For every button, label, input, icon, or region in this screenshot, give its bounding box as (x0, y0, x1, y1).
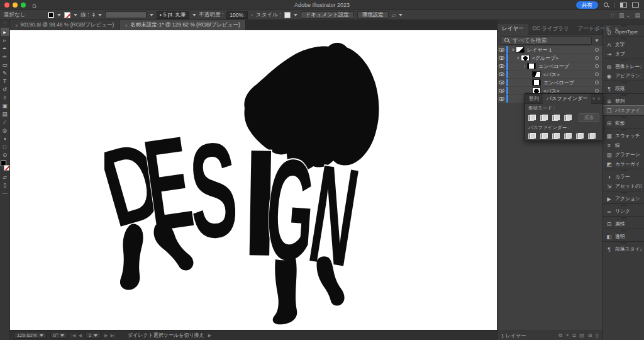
toolbar-stroke-swatch[interactable] (4, 165, 9, 171)
dock-item-align[interactable]: ≣整列 (603, 96, 644, 106)
layer-row-path1[interactable]: <パス> (497, 71, 602, 79)
visibility-toggle[interactable] (497, 87, 506, 94)
status-play-icon[interactable]: ▶ (208, 333, 211, 338)
target-circle-icon[interactable] (595, 81, 599, 84)
minus-front-icon[interactable] (540, 115, 548, 121)
curvature-tool[interactable]: ✑ (1, 52, 9, 60)
layer-name[interactable]: <グループ> (532, 55, 558, 62)
divide-icon[interactable] (528, 133, 536, 139)
search-icon[interactable] (603, 2, 609, 8)
screen-mode-button[interactable]: ▯ (1, 181, 9, 189)
hand-tool[interactable]: ◖ (1, 134, 9, 142)
layer-thumbnail[interactable] (527, 63, 536, 69)
visibility-toggle[interactable] (497, 95, 506, 103)
visibility-toggle[interactable] (497, 62, 506, 70)
target-circle-icon[interactable] (595, 89, 599, 93)
screen-layout-icon[interactable] (632, 3, 639, 8)
panel-dock-icon[interactable]: ▤ (635, 12, 640, 18)
dock-item-paragraph[interactable]: ¶段落 (603, 84, 644, 93)
type-tool[interactable]: T (1, 77, 9, 85)
layer-name[interactable]: レイヤー 1 (527, 47, 552, 54)
close-window-button[interactable] (4, 3, 9, 8)
dock-item-image-trace[interactable]: ◍画像トレース (603, 62, 644, 71)
pen-tool[interactable]: ✒ (1, 44, 9, 52)
layer-row-envelope2[interactable]: エンベロープ (497, 79, 602, 87)
dock-item-links[interactable]: ∞リンク (603, 207, 644, 216)
fill-color-swatch[interactable] (48, 12, 54, 18)
pencil-tool[interactable]: ✎ (1, 69, 9, 77)
tab-pathfinder[interactable]: パスファインダー (543, 94, 591, 104)
brush-definition-dropdown[interactable]: • 5 pt. 丸筆 (157, 11, 189, 19)
visibility-toggle[interactable] (497, 79, 506, 86)
dock-item-tabs[interactable]: ⇥タブ (603, 49, 644, 59)
dock-item-paragraph-styles[interactable]: ¶段落スタイル (603, 244, 644, 254)
tab-layers[interactable]: レイヤー (497, 24, 528, 35)
disclosure-icon[interactable]: ∨ (511, 47, 516, 52)
tab-cc-libraries[interactable]: CC ライブラリ (528, 24, 574, 35)
artboard-tool[interactable]: □ (1, 142, 9, 150)
filter-icon[interactable]: ▼ (594, 38, 599, 43)
dock-item-transform[interactable]: ⊞変形 (603, 118, 644, 128)
dock-item-stroke[interactable]: ≡線 (603, 140, 644, 150)
zoom-level-dropdown[interactable]: 129.62% (14, 332, 47, 339)
brush-chevron-icon[interactable] (192, 14, 196, 16)
layer-thumbnail[interactable] (516, 47, 525, 53)
outline-icon[interactable] (576, 133, 584, 139)
home-icon[interactable]: ⌂ (32, 2, 36, 8)
layer-thumbnail[interactable] (532, 71, 541, 77)
eraser-tool[interactable]: ◊ (1, 93, 9, 101)
tab-align[interactable]: 整列 (525, 94, 543, 104)
direct-selection-tool[interactable]: ▹ (1, 36, 9, 44)
next-artboard-icon[interactable]: ▶ (104, 333, 108, 338)
stroke-weight-chevron-icon[interactable] (98, 14, 102, 16)
last-artboard-icon[interactable]: ▶| (111, 333, 115, 338)
make-mask-icon[interactable]: ◘ (572, 332, 575, 339)
target-circle-icon[interactable] (595, 64, 599, 68)
dog-front-leg-left-shape[interactable] (273, 258, 297, 324)
dog-design-artwork[interactable]: D E S I G N (104, 38, 457, 327)
exclude-icon[interactable] (564, 115, 572, 121)
close-tab-icon[interactable]: × (125, 23, 128, 28)
artboard-number-dropdown[interactable]: 1 (86, 332, 101, 339)
style-swatch[interactable] (284, 12, 291, 18)
rotate-tool[interactable]: ↺ (1, 85, 9, 93)
rectangle-tool[interactable]: ▭ (1, 60, 9, 69)
selection-tool[interactable]: ▸ (1, 28, 9, 36)
layer-thumbnail[interactable] (532, 79, 541, 86)
visibility-toggle[interactable] (497, 46, 506, 54)
toolbar-grip[interactable]: ∷ (3, 21, 6, 25)
layer-row-layer1[interactable]: ∨ レイヤー 1 (497, 46, 602, 54)
layers-search-input[interactable]: すべてを検索 (501, 37, 592, 45)
stroke-chevron-icon[interactable] (74, 14, 77, 16)
layer-name[interactable]: エンベロープ (543, 79, 574, 86)
preferences-button[interactable]: 環境設定 (357, 11, 389, 19)
dock-item-gradient[interactable]: ▥グラデーション (603, 150, 644, 159)
layer-row-envelope1[interactable]: › エンベロープ (497, 62, 602, 71)
new-layer-icon[interactable]: ⊞ (588, 332, 592, 339)
scale-tool[interactable]: ▣ (1, 101, 9, 110)
artboard-canvas[interactable]: D E S I G N (10, 30, 497, 330)
workspace-switcher-icon[interactable]: ▥ ⌄ (619, 12, 631, 18)
stroke-weight-stepper[interactable] (92, 13, 95, 17)
gradient-tool[interactable]: ▤ (1, 110, 9, 118)
opacity-more-icon[interactable]: › (251, 12, 253, 18)
tool-options-chevron-icon[interactable] (399, 14, 402, 16)
dock-item-color[interactable]: ◑カラー (603, 172, 644, 181)
minimize-window-button[interactable] (13, 3, 18, 8)
tool-options-icon[interactable]: ▱ (392, 12, 396, 18)
trim-icon[interactable] (540, 133, 548, 139)
layer-thumbnail[interactable] (521, 55, 530, 61)
width-profile-chevron-icon[interactable] (150, 14, 153, 16)
target-circle-icon[interactable] (595, 56, 599, 60)
document-tab-1[interactable]: × k0190.ai @ 98.46 % (RGB/プレビュー) (10, 20, 119, 30)
edit-toolbar-button[interactable]: ⋯ (1, 189, 9, 197)
target-circle-icon[interactable] (595, 72, 599, 76)
zoom-window-button[interactable] (21, 3, 26, 8)
layer-row-group[interactable]: ∨ <グループ> (497, 54, 602, 62)
stroke-color-swatch[interactable] (64, 12, 70, 18)
grid-icon[interactable]: ∷ (611, 12, 614, 18)
collapse-panel-icon[interactable]: » (592, 96, 595, 101)
dock-item-actions[interactable]: ▶アクション (603, 194, 644, 203)
eyedropper-tool[interactable]: ∕ (1, 118, 9, 126)
fill-stroke-indicator[interactable] (1, 161, 9, 171)
